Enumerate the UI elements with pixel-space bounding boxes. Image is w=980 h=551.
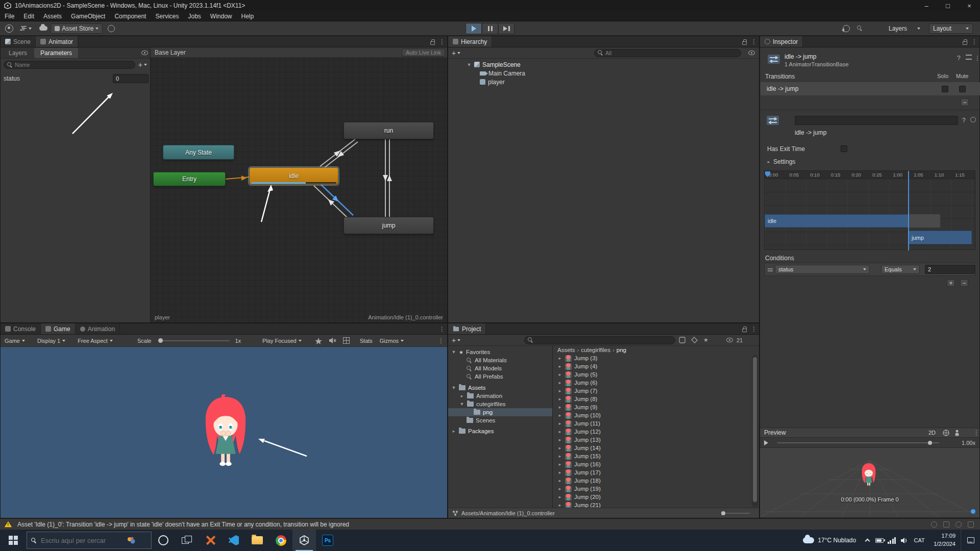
project-file-row[interactable]: ▸ Jump (16)	[553, 460, 760, 468]
project-file-row[interactable]: ▸ Jump (18)	[553, 477, 760, 485]
panel-menu-icon[interactable]: ⋮	[439, 325, 445, 333]
avatar-preview-icon[interactable]	[954, 430, 960, 436]
transition-time-marker[interactable]	[908, 171, 909, 251]
circle-app-icon[interactable]	[152, 530, 175, 551]
project-file-row[interactable]: ▸ Jump (8)	[553, 395, 760, 403]
solo-checkbox[interactable]	[942, 86, 948, 92]
taskbar-search-box[interactable]	[27, 532, 152, 549]
help-icon[interactable]: ?	[957, 55, 961, 62]
play-button[interactable]	[465, 23, 482, 34]
collab-status-icon[interactable]	[943, 521, 949, 528]
display-dropdown[interactable]: Display 1	[37, 338, 65, 344]
task-view-button[interactable]	[175, 530, 199, 551]
search-icon[interactable]	[857, 26, 863, 31]
settings-label[interactable]: Settings	[773, 158, 795, 165]
scale-slider-knob[interactable]	[158, 338, 163, 343]
panel-menu-icon[interactable]: ⋮	[439, 38, 445, 45]
step-button[interactable]	[498, 23, 514, 34]
panel-menu-icon[interactable]: ⋮	[751, 325, 757, 333]
toolbar-menu-icon[interactable]: ⋮	[438, 337, 444, 344]
expander-icon[interactable]: ▸	[557, 437, 562, 442]
scene-visibility-icon[interactable]	[748, 51, 755, 55]
favorites-item[interactable]: All Prefabs	[448, 372, 552, 381]
breadcrumb[interactable]: Base Layer	[151, 49, 186, 56]
hierarchy-search-input[interactable]	[605, 50, 738, 56]
state-node-entry[interactable]: Entry	[153, 172, 226, 186]
menu-item[interactable]: Window	[206, 11, 237, 21]
visibility-eye-icon[interactable]	[141, 51, 148, 55]
menu-item[interactable]: GameObject	[66, 11, 110, 21]
project-search-input[interactable]	[535, 337, 672, 343]
condition-parameter-dropdown[interactable]: status	[775, 265, 870, 274]
breadcrumb-crumb[interactable]: cutegirlfiles	[581, 347, 610, 353]
lock-icon[interactable]	[430, 41, 435, 45]
progress-status-icon[interactable]	[955, 521, 962, 528]
transition-name-input[interactable]	[798, 117, 955, 124]
preview-speed-slider-knob[interactable]	[928, 441, 932, 445]
undo-history-icon[interactable]	[843, 25, 850, 32]
project-file-row[interactable]: ▸ Jump (17)	[553, 468, 760, 477]
favorites-item[interactable]: All Models	[448, 364, 552, 372]
expander-icon[interactable]: ▸	[557, 445, 562, 450]
panel-menu-icon[interactable]: ⋮	[971, 38, 977, 45]
hierarchy-row[interactable]: Main Camera	[448, 69, 759, 78]
create-asset-button[interactable]: +	[448, 336, 460, 344]
project-file-row[interactable]: ▸ Jump (5)	[553, 370, 760, 379]
presets-icon[interactable]	[966, 55, 972, 60]
chrome-icon[interactable]	[269, 530, 292, 551]
volume-icon[interactable]	[898, 530, 910, 551]
preview-label[interactable]: Preview	[760, 429, 786, 436]
orange-x-app-icon[interactable]	[199, 530, 222, 551]
search-by-type-icon[interactable]	[679, 337, 685, 343]
preview-2d-toggle[interactable]: 2D	[928, 430, 936, 436]
assets-root[interactable]: ▼ Assets	[448, 384, 552, 392]
project-file-row[interactable]: ▸ Jump (20)	[553, 493, 760, 501]
state-node-idle[interactable]: idle	[249, 167, 338, 185]
play-focused-dropdown[interactable]: Play Focused	[262, 338, 302, 344]
aspect-ratio-dropdown[interactable]: Free Aspect	[78, 338, 113, 344]
menu-item[interactable]: Component	[110, 11, 151, 21]
expander-icon[interactable]: ▸	[451, 429, 456, 434]
folder-row-png-selected[interactable]: png	[448, 408, 552, 416]
project-file-row[interactable]: ▸ Jump (10)	[553, 411, 760, 419]
transition-name-field[interactable]	[795, 116, 958, 125]
add-condition-button[interactable]: +	[947, 279, 955, 287]
expander-icon[interactable]: ▸	[557, 421, 562, 426]
vscode-icon[interactable]	[222, 530, 246, 551]
layers-dropdown[interactable]: Layers	[885, 23, 924, 34]
favorites-root[interactable]: ▼ ★ Favorites	[448, 348, 552, 356]
create-object-button[interactable]: +	[448, 49, 460, 57]
unity-taskbar-icon[interactable]	[292, 530, 316, 551]
folder-row-cutegirlfiles[interactable]: ▼ cutegirlfiles	[448, 400, 552, 408]
parameter-search-input[interactable]	[15, 62, 132, 68]
tab-game[interactable]: Game	[41, 323, 76, 334]
stats-toggle[interactable]: Stats	[360, 338, 373, 344]
transition-list-row[interactable]: idle -> jump	[761, 82, 980, 95]
lock-icon[interactable]	[742, 41, 747, 45]
expander-icon[interactable]: ▸	[557, 372, 562, 377]
hierarchy-row-scene[interactable]: ▼ SampleScene	[448, 60, 759, 69]
account-dropdown[interactable]: JF	[16, 23, 35, 34]
project-search[interactable]	[524, 336, 675, 344]
layout-dropdown[interactable]: Layout	[929, 23, 973, 34]
preview-speed-slider-track[interactable]	[777, 442, 939, 443]
settings-foldout-icon[interactable]: ▸	[766, 159, 771, 164]
expander-icon[interactable]: ▼	[451, 349, 456, 355]
hierarchy-search[interactable]	[594, 49, 741, 57]
pause-button[interactable]	[482, 23, 498, 34]
game-viewport[interactable]	[1, 347, 447, 518]
packages-root[interactable]: ▸ Packages	[448, 427, 552, 435]
expander-icon[interactable]: ▸	[557, 356, 562, 361]
close-button[interactable]: ×	[959, 0, 980, 11]
remove-transition-button[interactable]: −	[961, 98, 969, 106]
hierarchy-row[interactable]: player	[448, 78, 759, 86]
project-file-row[interactable]: ▸ Jump (14)	[553, 444, 760, 452]
tab-layers[interactable]: Layers	[3, 48, 33, 58]
preview-play-button[interactable]	[764, 440, 768, 445]
notification-center-button[interactable]	[961, 530, 980, 551]
expander-icon[interactable]: ▸	[557, 413, 562, 418]
expander-icon[interactable]: ▸	[557, 388, 562, 393]
lock-icon[interactable]	[963, 41, 967, 45]
condition-value-field[interactable]: 2	[925, 265, 975, 274]
start-button[interactable]	[0, 530, 27, 551]
